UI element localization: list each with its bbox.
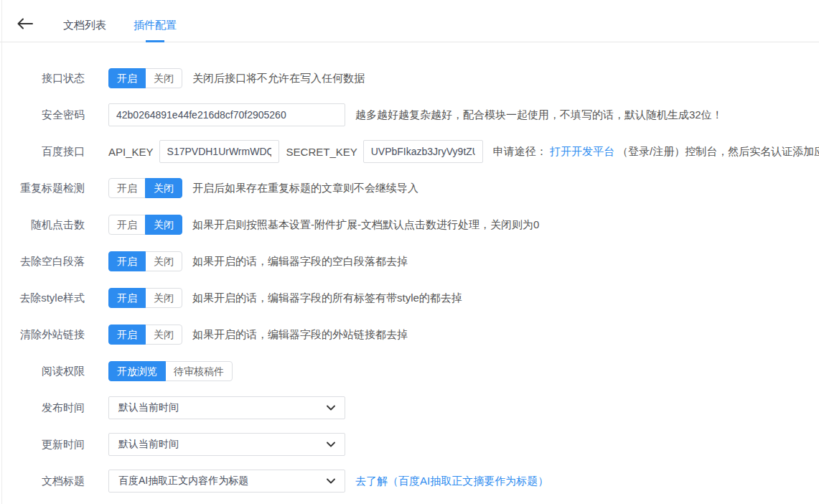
field-label: 百度接口 (0, 145, 85, 159)
doc-title-select[interactable]: 百度AI抽取正文内容作为标题 (108, 470, 345, 493)
duplicate-title-on-button[interactable]: 开启 (108, 178, 146, 198)
duplicate-title-off-button[interactable]: 关闭 (145, 178, 182, 198)
row-interface-status: 接口状态 开启 关闭 关闭后接口将不允许在写入任何数据 (0, 67, 819, 90)
publish-time-selected-value: 默认当前时间 (118, 401, 179, 414)
duplicate-title-toggle: 开启 关闭 (108, 178, 182, 198)
secret-key-input[interactable] (363, 140, 483, 163)
read-permission-open-button[interactable]: 开放浏览 (108, 361, 166, 381)
remove-external-links-toggle: 开启 关闭 (108, 325, 182, 345)
secret-key-label: SECRET_KEY (286, 146, 357, 158)
update-time-selected-value: 默认当前时间 (118, 438, 179, 451)
interface-status-off-button[interactable]: 关闭 (145, 68, 182, 88)
field-label: 重复标题检测 (0, 182, 85, 195)
read-permission-pending-button[interactable]: 待审核稿件 (165, 361, 233, 381)
remove-external-links-off-button[interactable]: 关闭 (145, 325, 182, 345)
chevron-down-icon (327, 478, 335, 484)
remove-external-links-on-button[interactable]: 开启 (108, 325, 146, 345)
interface-status-on-button[interactable]: 开启 (108, 68, 146, 88)
random-clicks-on-button[interactable]: 开启 (108, 215, 146, 235)
row-read-permission: 阅读权限 开放浏览 待审核稿件 (0, 360, 819, 383)
doc-title-learn-more-link[interactable]: 去了解（百度AI抽取正文摘要作为标题） (355, 475, 548, 488)
remove-style-toggle: 开启 关闭 (108, 288, 182, 308)
help-text: 如果开启的话，编辑器字段的所有标签有带style的都去掉 (192, 291, 462, 305)
field-label: 去除style样式 (0, 291, 85, 305)
row-doc-title: 文档标题 百度AI抽取正文内容作为标题 去了解（百度AI抽取正文摘要作为标题） (0, 470, 819, 493)
row-security-password: 安全密码 越多越好越复杂越好，配合模块一起使用，不填写的话，默认随机生成32位！ (0, 103, 819, 126)
open-dev-platform-link[interactable]: 打开开发平台 (550, 145, 614, 157)
chevron-down-icon (327, 442, 335, 447)
tabs: 文档列表 插件配置 (34, 9, 177, 42)
update-time-select[interactable]: 默认当前时间 (108, 433, 345, 456)
help-text: 如果开启则按照基本设置-附件扩展-文档默认点击数进行处理，关闭则为0 (192, 218, 539, 232)
row-remove-blank-paragraphs: 去除空白段落 开启 关闭 如果开启的话，编辑器字段的空白段落都去掉 (0, 250, 819, 273)
field-label: 随机点击数 (0, 218, 85, 232)
row-baidu-api: 百度接口 API_KEY SECRET_KEY 申请途径： 打开开发平台 （登录… (0, 140, 819, 163)
back-button[interactable] (16, 17, 34, 33)
help-text: 如果开启的话，编辑器字段的外站链接都去掉 (192, 328, 408, 342)
security-password-input[interactable] (108, 103, 345, 126)
help-text: 开启后如果存在重复标题的文章则不会继续导入 (192, 182, 418, 195)
tab-bar: 文档列表 插件配置 (0, 0, 819, 42)
chevron-down-icon (327, 405, 335, 411)
field-label: 更新时间 (0, 438, 85, 452)
apply-path-prefix: 申请途径： (493, 145, 547, 157)
remove-blank-on-button[interactable]: 开启 (108, 251, 146, 271)
field-label: 安全密码 (0, 108, 85, 122)
remove-style-on-button[interactable]: 开启 (108, 288, 146, 308)
field-label: 文档标题 (0, 475, 85, 488)
publish-time-select[interactable]: 默认当前时间 (108, 396, 345, 419)
field-label: 接口状态 (0, 72, 85, 85)
plugin-config-form: 接口状态 开启 关闭 关闭后接口将不允许在写入任何数据 安全密码 越多越好越复杂… (0, 42, 819, 504)
help-text: 申请途径： 打开开发平台 （登录/注册）控制台，然后实名认证添加应用就看到了 (493, 145, 819, 159)
arrow-left-icon (17, 18, 33, 32)
row-publish-time: 发布时间 默认当前时间 (0, 396, 819, 419)
row-duplicate-title: 重复标题检测 开启 关闭 开启后如果存在重复标题的文章则不会继续导入 (0, 177, 819, 200)
random-clicks-toggle: 开启 关闭 (108, 215, 182, 235)
row-remove-style: 去除style样式 开启 关闭 如果开启的话，编辑器字段的所有标签有带style… (0, 286, 819, 309)
row-update-time: 更新时间 默认当前时间 (0, 433, 819, 456)
panel-left-border (1, 0, 2, 504)
field-label: 发布时间 (0, 401, 85, 415)
field-label: 清除外站链接 (0, 328, 85, 342)
tab-plugin-config[interactable]: 插件配置 (134, 9, 177, 42)
random-clicks-off-button[interactable]: 关闭 (145, 215, 182, 235)
apply-path-suffix: （登录/注册）控制台，然后实名认证添加应用就看到了 (617, 145, 819, 157)
help-text: 如果开启的话，编辑器字段的空白段落都去掉 (192, 255, 408, 269)
tab-document-list[interactable]: 文档列表 (63, 9, 106, 42)
interface-status-toggle: 开启 关闭 (108, 68, 182, 88)
remove-style-off-button[interactable]: 关闭 (145, 288, 182, 308)
help-text: 越多越好越复杂越好，配合模块一起使用，不填写的话，默认随机生成32位！ (355, 108, 723, 122)
row-random-clicks: 随机点击数 开启 关闭 如果开启则按照基本设置-附件扩展-文档默认点击数进行处理… (0, 213, 819, 236)
api-key-label: API_KEY (108, 146, 154, 158)
doc-title-selected-value: 百度AI抽取正文内容作为标题 (118, 475, 248, 487)
help-text: 关闭后接口将不允许在写入任何数据 (192, 72, 365, 85)
field-label: 阅读权限 (0, 365, 85, 378)
field-label: 去除空白段落 (0, 255, 85, 269)
remove-blank-toggle: 开启 关闭 (108, 251, 182, 271)
remove-blank-off-button[interactable]: 关闭 (145, 251, 182, 271)
row-remove-external-links: 清除外站链接 开启 关闭 如果开启的话，编辑器字段的外站链接都去掉 (0, 323, 819, 346)
api-key-input[interactable] (159, 140, 279, 163)
read-permission-toggle: 开放浏览 待审核稿件 (108, 361, 233, 381)
